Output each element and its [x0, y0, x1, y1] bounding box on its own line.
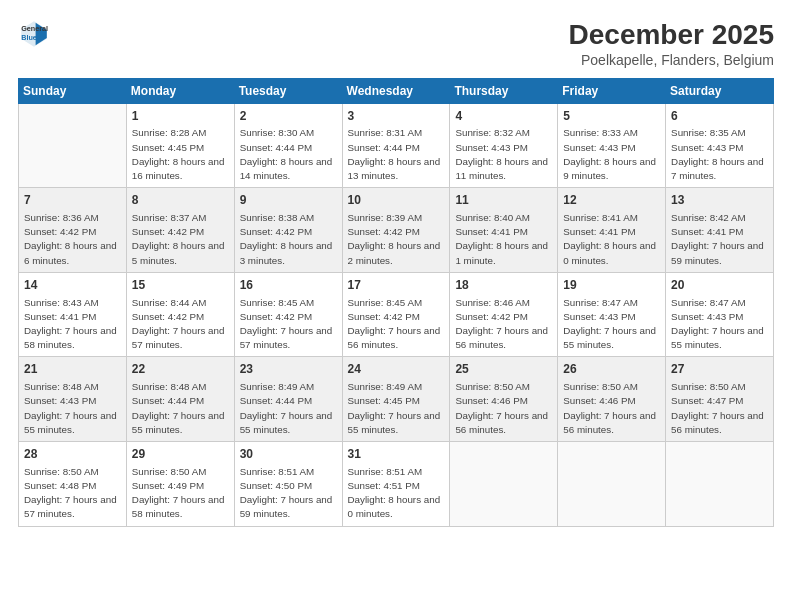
- svg-text:General: General: [21, 24, 48, 33]
- calendar-cell: 1Sunrise: 8:28 AM Sunset: 4:45 PM Daylig…: [126, 103, 234, 188]
- day-number: 27: [671, 361, 768, 378]
- day-info: Sunrise: 8:36 AM Sunset: 4:42 PM Dayligh…: [24, 211, 121, 268]
- calendar-cell: 20Sunrise: 8:47 AM Sunset: 4:43 PM Dayli…: [666, 272, 774, 357]
- logo-icon: General Blue: [18, 18, 50, 50]
- day-info: Sunrise: 8:49 AM Sunset: 4:45 PM Dayligh…: [348, 380, 445, 437]
- col-saturday: Saturday: [666, 78, 774, 103]
- calendar-cell: [19, 103, 127, 188]
- day-info: Sunrise: 8:48 AM Sunset: 4:43 PM Dayligh…: [24, 380, 121, 437]
- calendar-cell: 5Sunrise: 8:33 AM Sunset: 4:43 PM Daylig…: [558, 103, 666, 188]
- day-number: 25: [455, 361, 552, 378]
- col-thursday: Thursday: [450, 78, 558, 103]
- day-number: 9: [240, 192, 337, 209]
- col-sunday: Sunday: [19, 78, 127, 103]
- day-info: Sunrise: 8:51 AM Sunset: 4:51 PM Dayligh…: [348, 465, 445, 522]
- calendar-cell: 11Sunrise: 8:40 AM Sunset: 4:41 PM Dayli…: [450, 188, 558, 273]
- day-number: 22: [132, 361, 229, 378]
- col-tuesday: Tuesday: [234, 78, 342, 103]
- day-number: 15: [132, 277, 229, 294]
- calendar-cell: 30Sunrise: 8:51 AM Sunset: 4:50 PM Dayli…: [234, 442, 342, 527]
- day-info: Sunrise: 8:46 AM Sunset: 4:42 PM Dayligh…: [455, 296, 552, 353]
- calendar-week-row: 28Sunrise: 8:50 AM Sunset: 4:48 PM Dayli…: [19, 442, 774, 527]
- day-info: Sunrise: 8:47 AM Sunset: 4:43 PM Dayligh…: [671, 296, 768, 353]
- calendar-cell: 31Sunrise: 8:51 AM Sunset: 4:51 PM Dayli…: [342, 442, 450, 527]
- day-info: Sunrise: 8:28 AM Sunset: 4:45 PM Dayligh…: [132, 126, 229, 183]
- calendar-cell: 18Sunrise: 8:46 AM Sunset: 4:42 PM Dayli…: [450, 272, 558, 357]
- day-number: 11: [455, 192, 552, 209]
- day-info: Sunrise: 8:38 AM Sunset: 4:42 PM Dayligh…: [240, 211, 337, 268]
- day-number: 29: [132, 446, 229, 463]
- day-number: 7: [24, 192, 121, 209]
- calendar-cell: 8Sunrise: 8:37 AM Sunset: 4:42 PM Daylig…: [126, 188, 234, 273]
- calendar-cell: 14Sunrise: 8:43 AM Sunset: 4:41 PM Dayli…: [19, 272, 127, 357]
- day-info: Sunrise: 8:37 AM Sunset: 4:42 PM Dayligh…: [132, 211, 229, 268]
- calendar-cell: 23Sunrise: 8:49 AM Sunset: 4:44 PM Dayli…: [234, 357, 342, 442]
- calendar-cell: 25Sunrise: 8:50 AM Sunset: 4:46 PM Dayli…: [450, 357, 558, 442]
- calendar-table: Sunday Monday Tuesday Wednesday Thursday…: [18, 78, 774, 527]
- day-info: Sunrise: 8:43 AM Sunset: 4:41 PM Dayligh…: [24, 296, 121, 353]
- day-info: Sunrise: 8:31 AM Sunset: 4:44 PM Dayligh…: [348, 126, 445, 183]
- day-number: 26: [563, 361, 660, 378]
- col-wednesday: Wednesday: [342, 78, 450, 103]
- page: General Blue December 2025 Poelkapelle, …: [0, 0, 792, 612]
- day-number: 14: [24, 277, 121, 294]
- day-number: 21: [24, 361, 121, 378]
- col-monday: Monday: [126, 78, 234, 103]
- day-number: 17: [348, 277, 445, 294]
- calendar-cell: 24Sunrise: 8:49 AM Sunset: 4:45 PM Dayli…: [342, 357, 450, 442]
- calendar-cell: 15Sunrise: 8:44 AM Sunset: 4:42 PM Dayli…: [126, 272, 234, 357]
- day-info: Sunrise: 8:41 AM Sunset: 4:41 PM Dayligh…: [563, 211, 660, 268]
- calendar-cell: [450, 442, 558, 527]
- day-info: Sunrise: 8:50 AM Sunset: 4:47 PM Dayligh…: [671, 380, 768, 437]
- day-number: 31: [348, 446, 445, 463]
- day-info: Sunrise: 8:40 AM Sunset: 4:41 PM Dayligh…: [455, 211, 552, 268]
- day-info: Sunrise: 8:51 AM Sunset: 4:50 PM Dayligh…: [240, 465, 337, 522]
- calendar-cell: 9Sunrise: 8:38 AM Sunset: 4:42 PM Daylig…: [234, 188, 342, 273]
- calendar-cell: 21Sunrise: 8:48 AM Sunset: 4:43 PM Dayli…: [19, 357, 127, 442]
- calendar-cell: 3Sunrise: 8:31 AM Sunset: 4:44 PM Daylig…: [342, 103, 450, 188]
- day-number: 18: [455, 277, 552, 294]
- calendar-cell: 29Sunrise: 8:50 AM Sunset: 4:49 PM Dayli…: [126, 442, 234, 527]
- day-info: Sunrise: 8:47 AM Sunset: 4:43 PM Dayligh…: [563, 296, 660, 353]
- calendar-cell: 12Sunrise: 8:41 AM Sunset: 4:41 PM Dayli…: [558, 188, 666, 273]
- calendar-week-row: 21Sunrise: 8:48 AM Sunset: 4:43 PM Dayli…: [19, 357, 774, 442]
- calendar-cell: 7Sunrise: 8:36 AM Sunset: 4:42 PM Daylig…: [19, 188, 127, 273]
- day-number: 24: [348, 361, 445, 378]
- day-number: 2: [240, 108, 337, 125]
- day-number: 13: [671, 192, 768, 209]
- day-info: Sunrise: 8:48 AM Sunset: 4:44 PM Dayligh…: [132, 380, 229, 437]
- calendar-cell: 13Sunrise: 8:42 AM Sunset: 4:41 PM Dayli…: [666, 188, 774, 273]
- calendar-cell: 26Sunrise: 8:50 AM Sunset: 4:46 PM Dayli…: [558, 357, 666, 442]
- calendar-cell: 4Sunrise: 8:32 AM Sunset: 4:43 PM Daylig…: [450, 103, 558, 188]
- day-number: 1: [132, 108, 229, 125]
- day-number: 23: [240, 361, 337, 378]
- day-info: Sunrise: 8:45 AM Sunset: 4:42 PM Dayligh…: [240, 296, 337, 353]
- day-number: 6: [671, 108, 768, 125]
- calendar-cell: 16Sunrise: 8:45 AM Sunset: 4:42 PM Dayli…: [234, 272, 342, 357]
- calendar-cell: 28Sunrise: 8:50 AM Sunset: 4:48 PM Dayli…: [19, 442, 127, 527]
- day-info: Sunrise: 8:42 AM Sunset: 4:41 PM Dayligh…: [671, 211, 768, 268]
- svg-text:Blue: Blue: [21, 33, 37, 42]
- calendar-cell: 2Sunrise: 8:30 AM Sunset: 4:44 PM Daylig…: [234, 103, 342, 188]
- day-number: 19: [563, 277, 660, 294]
- day-number: 4: [455, 108, 552, 125]
- calendar-cell: [666, 442, 774, 527]
- calendar-cell: 6Sunrise: 8:35 AM Sunset: 4:43 PM Daylig…: [666, 103, 774, 188]
- day-info: Sunrise: 8:44 AM Sunset: 4:42 PM Dayligh…: [132, 296, 229, 353]
- calendar-title: December 2025: [569, 18, 774, 52]
- calendar-cell: 27Sunrise: 8:50 AM Sunset: 4:47 PM Dayli…: [666, 357, 774, 442]
- day-number: 3: [348, 108, 445, 125]
- calendar-cell: 17Sunrise: 8:45 AM Sunset: 4:42 PM Dayli…: [342, 272, 450, 357]
- calendar-cell: 22Sunrise: 8:48 AM Sunset: 4:44 PM Dayli…: [126, 357, 234, 442]
- day-info: Sunrise: 8:50 AM Sunset: 4:48 PM Dayligh…: [24, 465, 121, 522]
- day-info: Sunrise: 8:45 AM Sunset: 4:42 PM Dayligh…: [348, 296, 445, 353]
- day-info: Sunrise: 8:50 AM Sunset: 4:46 PM Dayligh…: [455, 380, 552, 437]
- day-info: Sunrise: 8:39 AM Sunset: 4:42 PM Dayligh…: [348, 211, 445, 268]
- day-number: 28: [24, 446, 121, 463]
- day-info: Sunrise: 8:30 AM Sunset: 4:44 PM Dayligh…: [240, 126, 337, 183]
- day-info: Sunrise: 8:32 AM Sunset: 4:43 PM Dayligh…: [455, 126, 552, 183]
- day-info: Sunrise: 8:50 AM Sunset: 4:46 PM Dayligh…: [563, 380, 660, 437]
- calendar-cell: 10Sunrise: 8:39 AM Sunset: 4:42 PM Dayli…: [342, 188, 450, 273]
- day-number: 5: [563, 108, 660, 125]
- day-info: Sunrise: 8:35 AM Sunset: 4:43 PM Dayligh…: [671, 126, 768, 183]
